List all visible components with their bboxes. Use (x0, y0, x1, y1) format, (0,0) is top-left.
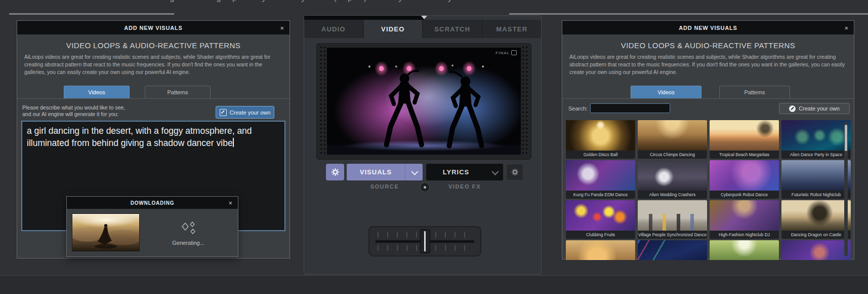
gallery-item[interactable]: Clubbing Fruits (566, 200, 635, 239)
gallery-thumbnail (638, 120, 707, 151)
gallery-thumbnail (638, 160, 707, 191)
pencil-icon (789, 105, 796, 112)
visuals-settings-button[interactable] (326, 164, 344, 180)
gallery-item[interactable] (638, 240, 707, 260)
gallery-item[interactable] (710, 240, 779, 260)
gallery-item-label: Alien Wedding Crashers (638, 191, 707, 199)
generated-video-thumbnail (72, 213, 140, 251)
gallery-item-label: Futuristic Robot Nightclub (781, 191, 851, 199)
create-your-own-button[interactable]: Create your own (779, 103, 850, 114)
gallery-scrollbar[interactable] (844, 122, 848, 256)
video-gallery: Golden Disco Ball Circus Chimps Dancing … (566, 120, 852, 260)
video-fx-settings-button[interactable] (506, 164, 523, 180)
close-icon[interactable]: × (280, 24, 284, 31)
prompt-hint: Please describe what you would like to s… (22, 104, 125, 118)
gear-icon (331, 168, 340, 176)
tab-master[interactable]: MASTER (483, 20, 542, 38)
gear-icon (511, 168, 519, 176)
video-deck-panel: AUDIO VIDEO SCRATCH MASTER (304, 15, 542, 275)
dialog-titlebar: ADD NEW VISUALS × (17, 21, 290, 34)
crossfader-handle[interactable] (420, 229, 430, 253)
deck-tab-bar: AUDIO VIDEO SCRATCH MASTER (304, 20, 541, 38)
gallery-item-label: Clubbing Fruits (566, 231, 635, 239)
text-caret (233, 138, 234, 147)
video-fx-dropdown[interactable]: LYRICS (426, 164, 503, 180)
stock-watermark: FINAL (495, 50, 517, 55)
tab-videos[interactable]: Videos (64, 86, 130, 98)
gallery-item[interactable]: Cyberpunk Robot Dance (710, 160, 779, 199)
gallery-item[interactable]: Circus Chimps Dancing (638, 120, 707, 159)
create-your-own-label: Create your own (799, 105, 840, 112)
dialog-heading: VIDEO LOOPS & AUDIO-REACTIVE PATTERNS (17, 41, 290, 50)
dialog-title: ADD NEW VISUALS (124, 25, 182, 31)
downloading-dialog: DOWNLOADING × (66, 196, 238, 257)
video-preview-frame: FINAL (316, 43, 531, 160)
cropped-edge-left (9, 13, 174, 15)
gallery-item-label: Cyberpunk Robot Dance (710, 191, 779, 199)
tab-scratch[interactable]: SCRATCH (423, 20, 482, 38)
prompt-text: a girl dancing in the desert, with a fog… (27, 126, 252, 148)
gallery-item-label: Dancing Dragon on Castle (781, 231, 851, 239)
gallery-item-label: Circus Chimps Dancing (638, 151, 707, 159)
gallery-thumbnail (781, 200, 851, 231)
watermark-icon (511, 50, 517, 55)
gallery-item[interactable]: Golden Disco Ball (566, 120, 635, 159)
gallery-scrollbar-thumb[interactable] (845, 125, 847, 151)
close-icon[interactable]: × (844, 24, 848, 31)
add-new-visuals-dialog-left: ADD NEW VISUALS × VIDEO LOOPS & AUDIO-RE… (17, 20, 290, 259)
deck-center-marker (421, 16, 427, 19)
source-caption: SOURCE (347, 183, 423, 190)
gallery-item[interactable]: Dancing Dragon on Castle (781, 200, 851, 239)
source-dropdown[interactable]: VISUALS (347, 164, 423, 180)
tab-patterns[interactable]: Patterns (145, 86, 211, 98)
video-preview-screen[interactable]: FINAL (327, 48, 521, 155)
dialog-heading: VIDEO LOOPS & AUDIO-REACTIVE PATTERNS (562, 41, 854, 50)
chevron-down-icon (405, 164, 423, 180)
crossfader[interactable] (368, 226, 481, 256)
gallery-thumbnail (710, 200, 779, 231)
gallery-thumbnail (781, 240, 851, 260)
gallery-item[interactable]: High-Fashion Nightclub DJ (710, 200, 779, 239)
gallery-item[interactable] (566, 240, 635, 260)
prompt-hint-line1: Please describe what you would like to s… (22, 104, 125, 111)
tab-audio[interactable]: AUDIO (304, 20, 363, 38)
generating-zone: Generating... (143, 213, 234, 253)
gallery-thumbnail (710, 240, 779, 260)
gallery-item[interactable]: Alien Wedding Crashers (638, 160, 707, 199)
search-label: Search: (568, 105, 588, 112)
tab-videos[interactable]: Videos (631, 86, 701, 98)
dialog-title: ADD NEW VISUALS (679, 25, 737, 31)
search-input[interactable] (590, 103, 670, 113)
cropped-text-top: g g p y y ( p ) y y (170, 0, 676, 3)
gallery-item-label: Kung Fu Panda EDM Dance (566, 191, 635, 199)
gallery-item[interactable]: Kung Fu Panda EDM Dance (566, 160, 635, 199)
watermark-text: FINAL (495, 51, 510, 55)
close-icon[interactable]: × (228, 200, 232, 206)
gallery-item-label: Tropical Beach Margaritas (710, 151, 779, 159)
gallery-item-label: Village People Synchronized Dance (638, 231, 707, 239)
gallery-item[interactable]: Futuristic Robot Nightclub (781, 160, 851, 199)
gallery-thumbnail (710, 160, 779, 191)
create-your-own-button[interactable]: Create your own (216, 106, 274, 119)
tab-patterns[interactable]: Patterns (719, 86, 790, 98)
dialog-titlebar: ADD NEW VISUALS × (562, 21, 854, 34)
pencil-icon (220, 109, 227, 116)
gallery-item[interactable] (781, 240, 851, 260)
dialog-description: AiLoops videos are great for creating re… (569, 53, 847, 76)
chevron-down-icon (486, 170, 503, 175)
gallery-item[interactable]: Village People Synchronized Dance (638, 200, 707, 239)
tab-video[interactable]: VIDEO (364, 20, 423, 38)
cropped-edge-right (509, 13, 868, 15)
generating-status: Generating... (172, 240, 204, 246)
filmstrip-left (319, 47, 326, 156)
downloading-titlebar: DOWNLOADING × (67, 197, 238, 209)
gallery-item[interactable]: Alien Dance Party in Space (781, 120, 851, 159)
sparkles-icon (180, 221, 197, 236)
tab-divider (17, 98, 290, 99)
gallery-item-label: High-Fashion Nightclub DJ (710, 231, 779, 239)
gallery-thumbnail (638, 240, 707, 260)
prompt-hint-line2: and our AI engine will generate it for y… (22, 111, 125, 118)
gallery-item[interactable]: Tropical Beach Margaritas (710, 120, 779, 159)
dialog-description: AiLoops videos are great for creating re… (24, 53, 282, 76)
gallery-thumbnail (566, 240, 635, 260)
